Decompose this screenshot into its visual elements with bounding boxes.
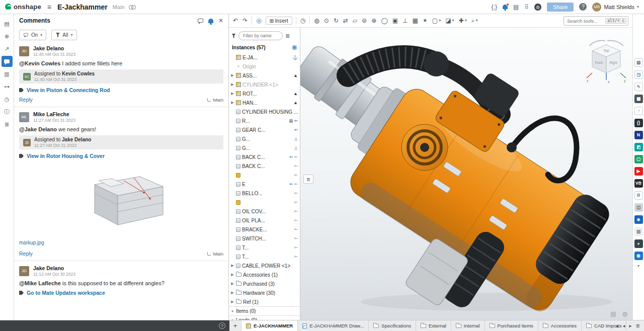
share-view-icon[interactable]: ↗ bbox=[2, 43, 13, 54]
tabs-next-icon[interactable]: ▸ bbox=[629, 323, 632, 328]
close-icon[interactable]: ✕ bbox=[218, 17, 223, 24]
list-view-icon[interactable]: ≣ bbox=[285, 33, 290, 39]
mate-icon[interactable]: ◍ bbox=[312, 17, 321, 25]
search-tools-input[interactable] bbox=[567, 18, 603, 24]
graphics-viewport[interactable]: Top Front Right x y z ≣ ▤ ◍ bbox=[300, 28, 632, 320]
cylindrical-mate-icon[interactable]: ⊜ bbox=[360, 17, 369, 25]
notifications-bell-icon[interactable] bbox=[503, 5, 508, 9]
tree-item-row[interactable]: OIL COV...⇐ bbox=[229, 207, 300, 216]
tree-item-row[interactable]: E-JA...⚓ bbox=[229, 53, 300, 62]
sheets-app-icon[interactable]: ▢ bbox=[634, 155, 643, 163]
tree-item-row[interactable]: G...⊥ bbox=[229, 143, 300, 152]
share-link-icon[interactable] bbox=[129, 5, 135, 9]
tree-item-row[interactable]: T...⇐ bbox=[229, 243, 300, 252]
chevron-down-icon[interactable]: ▾ bbox=[230, 318, 234, 320]
drop-app-icon[interactable]: ◔ bbox=[634, 107, 643, 115]
linear-pattern-icon[interactable]: ▦ bbox=[410, 17, 420, 25]
planar-mate-icon[interactable]: ▱ bbox=[351, 17, 359, 25]
tree-item-row[interactable]: GEAR C...⇐ bbox=[229, 125, 300, 134]
connections-icon[interactable]: ⊶ bbox=[2, 81, 13, 92]
info-icon[interactable]: ⓘ bbox=[2, 106, 13, 117]
tree-section-row[interactable]: ▾Loads (0) bbox=[229, 315, 300, 320]
features-flyout-toggle[interactable]: ≣ bbox=[303, 175, 313, 184]
chevron-right-icon[interactable]: ▶ bbox=[230, 300, 234, 304]
reply-link[interactable]: Reply bbox=[19, 251, 33, 257]
tree-item-row[interactable]: BACK C...⇐ bbox=[229, 161, 300, 171]
globe-app-icon[interactable]: ◍ bbox=[634, 252, 643, 260]
diamond-app-icon[interactable]: ◈ bbox=[634, 215, 643, 224]
perspective-icon[interactable]: ◍ bbox=[622, 310, 627, 317]
chevron-right-icon[interactable]: ▶ bbox=[230, 92, 234, 96]
chevron-right-icon[interactable]: ▶ bbox=[230, 291, 234, 295]
tree-item-row[interactable]: ▶Accessories (1) bbox=[229, 270, 300, 279]
tree-item-row[interactable]: ▶HAN...▲ bbox=[229, 98, 300, 107]
api-icon[interactable]: {;} bbox=[492, 4, 497, 10]
user-menu[interactable]: MS Matt Shields ▾ bbox=[592, 3, 639, 12]
list-app-icon[interactable]: ▥ bbox=[634, 227, 643, 236]
tree-item-row[interactable]: OIL PLA...⇐ bbox=[229, 216, 300, 225]
rail-more-icon[interactable]: ▾ bbox=[637, 264, 639, 268]
goto-workspace-link[interactable]: Go to Mate Updates workspace bbox=[19, 290, 223, 296]
tree-item-row[interactable]: T...⇐ bbox=[229, 252, 300, 261]
document-tab[interactable]: External bbox=[416, 320, 451, 331]
tabs-collapse-icon[interactable]: ▴ bbox=[616, 323, 619, 328]
tree-item-row[interactable]: ▶Ref (1) bbox=[229, 297, 300, 306]
document-tab[interactable]: Purchased Items bbox=[485, 320, 538, 331]
sketch-app-icon[interactable]: ✎ bbox=[634, 82, 643, 91]
versions-history-icon[interactable]: ◷ bbox=[2, 94, 13, 105]
view-settings-icon[interactable]: ▤ bbox=[610, 310, 616, 317]
tree-item-row[interactable]: ▶CABLE, POWER <1> bbox=[229, 261, 300, 270]
n-app-icon[interactable]: N bbox=[634, 131, 643, 139]
gear-app-icon[interactable]: ⚙ bbox=[634, 191, 643, 200]
undo-icon[interactable]: ↶ bbox=[231, 17, 240, 25]
tree-item-row[interactable]: ▶ASS...▲ bbox=[229, 71, 300, 80]
tree-item-row[interactable]: ▶CYLINDER <1> bbox=[229, 80, 300, 89]
filter-funnel-icon[interactable] bbox=[231, 34, 236, 38]
explode-icon[interactable]: ✶ bbox=[421, 17, 430, 25]
document-tab[interactable]: Specifications bbox=[369, 320, 416, 331]
view-cube[interactable]: Top Front Right x y z bbox=[585, 40, 627, 84]
update-context-icon[interactable]: ◎ bbox=[254, 17, 263, 25]
apps-grid-icon[interactable]: ⠿ bbox=[524, 4, 529, 10]
onshape-logo[interactable]: onshape bbox=[5, 3, 41, 11]
comments-icon[interactable] bbox=[2, 56, 13, 67]
tree-item-row[interactable]: ▶Purchased (3) bbox=[229, 279, 300, 288]
release-notes-icon[interactable]: ▤ bbox=[513, 4, 519, 10]
document-tab[interactable]: E-JACKHAMMER bbox=[242, 320, 298, 331]
tree-item-row[interactable]: E⇐⇐ bbox=[229, 180, 300, 189]
snapshot-icon[interactable]: ▢▾ bbox=[430, 17, 443, 25]
bom-icon[interactable]: ▥ bbox=[2, 68, 13, 79]
add-tab-button[interactable]: + bbox=[229, 320, 242, 331]
mate-connector-icon[interactable]: ⊥ bbox=[400, 17, 410, 25]
comment-notifications-icon[interactable] bbox=[208, 19, 213, 23]
help-icon[interactable]: ? bbox=[219, 322, 225, 329]
tree-item-row[interactable]: G...⊥ bbox=[229, 134, 300, 143]
tree-item-row[interactable]: CYLINDER HOUSING ... bbox=[229, 107, 300, 116]
named-positions-icon[interactable]: ✚▾ bbox=[457, 17, 469, 25]
follow-mode-icon[interactable]: ⊕ bbox=[2, 31, 13, 42]
feature-list-icon[interactable]: ▤ bbox=[2, 18, 13, 29]
chevron-right-icon[interactable]: ▶ bbox=[230, 282, 234, 286]
document-tab[interactable]: E-JACKHAMMER Draw... bbox=[298, 320, 369, 331]
help-icon[interactable]: ? bbox=[579, 3, 587, 11]
document-tab[interactable]: Accessories bbox=[538, 320, 582, 331]
tabs-menu-icon[interactable]: ≣ bbox=[636, 323, 640, 328]
tree-item-row[interactable]: ▶ROT...▲ bbox=[229, 89, 300, 98]
search-tools-dropdown-icon[interactable]: ⌕▾ bbox=[469, 17, 480, 25]
tree-item-row[interactable]: R...▦⇐ bbox=[229, 116, 300, 125]
teal-app-icon[interactable]: ◩ bbox=[634, 143, 643, 151]
comment-settings-icon[interactable] bbox=[198, 19, 203, 23]
pin-slot-mate-icon[interactable]: ⊕ bbox=[369, 17, 378, 25]
ball-mate-icon[interactable]: ◯ bbox=[379, 17, 389, 25]
tree-item-row[interactable]: BRACKE...⇐ bbox=[229, 225, 300, 234]
tree-item-row[interactable]: ⇐ bbox=[229, 171, 300, 180]
add-instance-icon[interactable]: ⊞ bbox=[292, 44, 297, 51]
chevron-right-icon[interactable]: ▶ bbox=[230, 82, 234, 87]
redo-icon[interactable]: ↷ bbox=[240, 17, 250, 25]
image-app-icon[interactable]: ◫ bbox=[634, 203, 643, 212]
tree-item-row[interactable]: SWITCH...⇐ bbox=[229, 234, 300, 243]
chevron-right-icon[interactable]: ▶ bbox=[230, 101, 234, 105]
view-in-tab-link[interactable]: View in Rotor Housing & Cover bbox=[19, 153, 223, 159]
group-icon[interactable]: ▣ bbox=[390, 17, 400, 25]
revolute-mate-icon[interactable]: ↻ bbox=[332, 17, 341, 25]
